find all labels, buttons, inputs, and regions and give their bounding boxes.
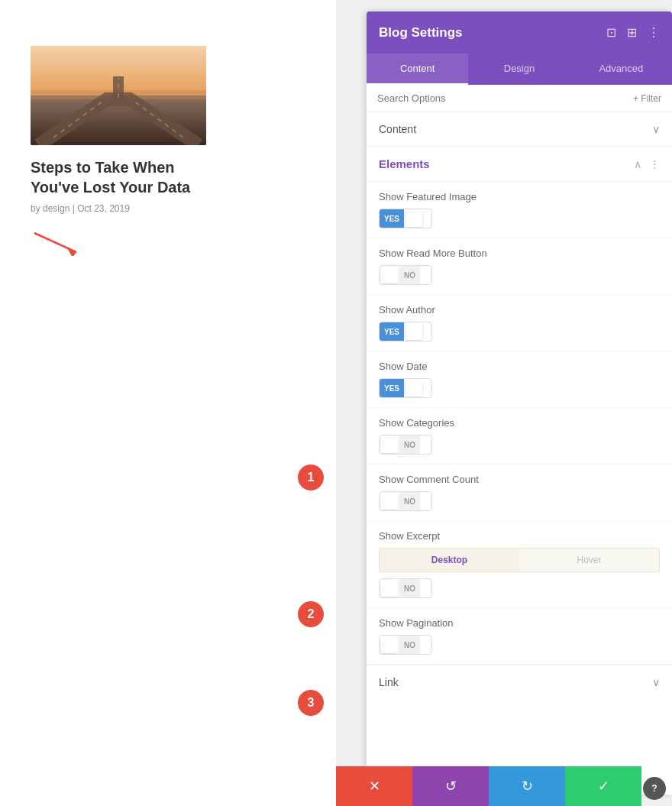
undo-button[interactable]: ↺	[412, 766, 489, 806]
blog-title: Steps to Take When You've Lost Your Data	[31, 157, 206, 197]
toggle-date-control[interactable]: YES	[379, 378, 660, 398]
toggle-author: Show Author YES	[367, 295, 672, 351]
columns-icon[interactable]: ⊞	[627, 25, 637, 40]
toggle-no-label: NO	[399, 492, 420, 510]
toggle-author-label: Show Author	[379, 304, 660, 316]
toggle-excerpt-label: Show Excerpt	[379, 530, 660, 542]
toggle-featured-image-switch[interactable]: YES	[379, 209, 432, 228]
elements-header: Elements ∧ ⋮	[367, 147, 672, 182]
toggle-read-more: Show Read More Button NO	[367, 238, 672, 295]
content-section-label: Content	[379, 123, 416, 135]
toggle-pagination-control[interactable]: NO	[379, 635, 660, 655]
filter-button[interactable]: + Filter	[633, 93, 661, 104]
toggle-featured-image-label: Show Featured Image	[379, 191, 660, 202]
toggle-handle	[381, 580, 398, 597]
panel-content: Content ∨ Elements ∧ ⋮ Show Featured Ima…	[367, 112, 672, 795]
toggle-no-label: NO	[399, 636, 420, 654]
toggle-handle	[381, 267, 398, 283]
toggle-handle	[405, 380, 422, 397]
toggle-comment-count-switch[interactable]: NO	[379, 491, 432, 511]
cancel-button[interactable]: ✕	[336, 766, 412, 806]
content-chevron-icon: ∨	[652, 123, 660, 135]
toggle-categories: Show Categories NO	[367, 408, 672, 465]
search-bar: + Filter	[367, 85, 672, 112]
toggle-date-label: Show Date	[379, 361, 660, 372]
toggle-date: Show Date YES	[367, 351, 672, 408]
panel-header: Blog Settings ⊡ ⊞ ⋮	[367, 11, 672, 53]
toggle-featured-image: Show Featured Image YES	[367, 182, 672, 238]
redo-button[interactable]: ↻	[489, 766, 565, 806]
save-button[interactable]: ✓	[565, 766, 641, 806]
tab-advanced[interactable]: Advanced	[570, 53, 672, 85]
toggle-date-switch[interactable]: YES	[379, 378, 432, 398]
toggle-pagination-switch[interactable]: NO	[379, 635, 432, 655]
toggle-author-switch[interactable]: YES	[379, 322, 432, 341]
hover-tab[interactable]: Hover	[519, 549, 659, 571]
toggle-yes-label: YES	[380, 209, 404, 228]
toggle-no-label: NO	[399, 435, 420, 454]
panel-title: Blog Settings	[379, 25, 463, 40]
panel-tabs: Content Design Advanced	[367, 53, 672, 85]
helper-icon[interactable]: ?	[643, 777, 666, 800]
bottom-toolbar: ✕ ↺ ↻ ✓	[336, 766, 641, 806]
toggle-handle	[405, 210, 422, 227]
toggle-author-control[interactable]: YES	[379, 322, 660, 341]
expand-icon[interactable]: ⊡	[606, 25, 616, 40]
desktop-hover-tabs: Desktop Hover	[379, 548, 660, 572]
toggle-read-more-switch[interactable]: NO	[379, 265, 432, 285]
elements-title: Elements	[379, 157, 430, 170]
annotation-badge-2: 2	[298, 601, 324, 627]
elements-icons: ∧ ⋮	[634, 158, 660, 170]
toggle-featured-image-control[interactable]: YES	[379, 209, 660, 228]
toggle-yes-label: YES	[380, 322, 404, 341]
more-icon[interactable]: ⋮	[648, 25, 660, 40]
search-input[interactable]	[377, 92, 633, 104]
content-section-header[interactable]: Content ∨	[367, 112, 672, 146]
toggle-comment-count-label: Show Comment Count	[379, 474, 660, 485]
toggle-comment-count: Show Comment Count NO	[367, 465, 672, 521]
arrow-annotation	[27, 225, 88, 259]
toggle-pagination-label: Show Pagination	[379, 617, 660, 629]
toggle-yes-label: YES	[380, 379, 404, 397]
toggle-no-label: NO	[399, 579, 420, 597]
toggle-handle	[381, 436, 398, 453]
desktop-tab[interactable]: Desktop	[380, 549, 519, 571]
toggle-categories-label: Show Categories	[379, 417, 660, 429]
blog-meta: by design | Oct 23, 2019	[31, 203, 313, 214]
elements-more-icon[interactable]: ⋮	[649, 158, 660, 170]
toggle-handle	[381, 493, 398, 510]
toggle-excerpt-switch[interactable]: NO	[379, 578, 432, 598]
settings-panel: Blog Settings ⊡ ⊞ ⋮ Content Design Advan…	[367, 11, 672, 795]
svg-marker-4	[66, 247, 76, 256]
link-chevron-icon: ∨	[652, 676, 660, 688]
toggle-pagination: Show Pagination NO	[367, 608, 672, 665]
annotation-badge-3: 3	[298, 690, 324, 716]
link-section-label: Link	[379, 676, 399, 688]
link-section-header[interactable]: Link ∨	[367, 665, 672, 699]
toggle-read-more-label: Show Read More Button	[379, 248, 660, 259]
panel-header-icons: ⊡ ⊞ ⋮	[606, 25, 660, 40]
toggle-categories-control[interactable]: NO	[379, 435, 660, 455]
toggle-handle	[381, 636, 398, 653]
toggle-no-label: NO	[399, 266, 420, 284]
toggle-categories-switch[interactable]: NO	[379, 435, 432, 455]
elements-section: Elements ∧ ⋮ Show Featured Image YES	[367, 146, 672, 665]
toggle-read-more-control[interactable]: NO	[379, 265, 660, 285]
content-section-icons: ∨	[652, 123, 660, 135]
elements-collapse-icon[interactable]: ∧	[634, 158, 641, 170]
blog-image	[31, 46, 206, 145]
annotation-badge-1: 1	[298, 465, 324, 490]
link-section-icons: ∨	[652, 676, 660, 688]
toggle-excerpt-control[interactable]: NO	[379, 578, 660, 598]
link-section: Link ∨	[367, 665, 672, 699]
tab-content[interactable]: Content	[367, 53, 468, 85]
blog-preview: Steps to Take When You've Lost Your Data…	[0, 0, 336, 806]
toggle-handle	[405, 323, 422, 340]
toggle-excerpt: Show Excerpt Desktop Hover NO	[367, 521, 672, 608]
toggle-comment-count-control[interactable]: NO	[379, 491, 660, 511]
tab-design[interactable]: Design	[468, 53, 570, 85]
